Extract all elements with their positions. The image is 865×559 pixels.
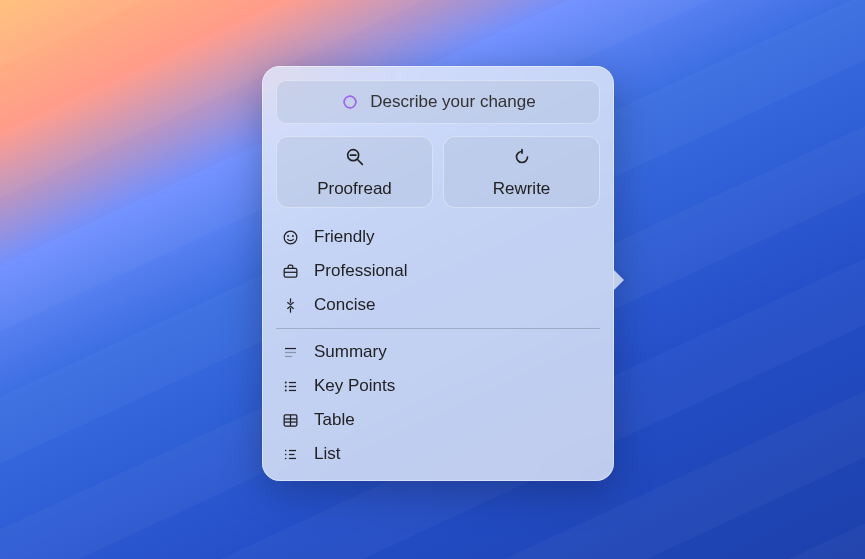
tone-concise-label: Concise — [314, 295, 375, 315]
svg-point-8 — [292, 235, 293, 236]
action-buttons-row: Proofread Rewrite — [276, 136, 600, 208]
svg-point-6 — [284, 231, 297, 244]
svg-point-24 — [284, 449, 286, 451]
format-keypoints-label: Key Points — [314, 376, 395, 396]
tone-professional[interactable]: Professional — [276, 254, 600, 288]
numbered-list-icon — [280, 445, 300, 464]
tone-friendly[interactable]: Friendly — [276, 220, 600, 254]
describe-change-placeholder: Describe your change — [370, 92, 535, 112]
format-summary[interactable]: Summary — [276, 335, 600, 369]
summary-icon — [280, 343, 300, 362]
rewrite-icon — [511, 146, 533, 173]
format-list-label: List — [314, 444, 340, 464]
proofread-icon — [344, 146, 366, 173]
section-divider — [276, 328, 600, 329]
format-table[interactable]: Table — [276, 403, 600, 437]
svg-point-14 — [284, 381, 286, 383]
writing-tools-panel: Describe your change Proofread Rewrite — [262, 66, 614, 481]
format-summary-label: Summary — [314, 342, 387, 362]
tone-professional-label: Professional — [314, 261, 408, 281]
briefcase-icon — [280, 262, 300, 281]
svg-point-18 — [284, 389, 286, 391]
format-section: Summary Key Points Table List — [276, 335, 600, 471]
bullets-icon — [280, 377, 300, 396]
svg-point-26 — [284, 453, 286, 455]
svg-line-4 — [357, 159, 362, 164]
apple-intelligence-icon — [340, 92, 360, 112]
tone-section: Friendly Professional Concise — [276, 220, 600, 322]
svg-point-28 — [284, 457, 286, 459]
proofread-button[interactable]: Proofread — [276, 136, 433, 208]
format-list[interactable]: List — [276, 437, 600, 471]
format-table-label: Table — [314, 410, 355, 430]
svg-point-16 — [284, 385, 286, 387]
format-keypoints[interactable]: Key Points — [276, 369, 600, 403]
table-icon — [280, 411, 300, 430]
proofread-label: Proofread — [317, 179, 392, 199]
tone-friendly-label: Friendly — [314, 227, 374, 247]
describe-change-input[interactable]: Describe your change — [276, 80, 600, 124]
svg-point-7 — [287, 235, 288, 236]
smile-icon — [280, 228, 300, 247]
tone-concise[interactable]: Concise — [276, 288, 600, 322]
rewrite-button[interactable]: Rewrite — [443, 136, 600, 208]
rewrite-label: Rewrite — [493, 179, 551, 199]
compress-icon — [280, 296, 300, 315]
svg-point-2 — [344, 96, 356, 108]
